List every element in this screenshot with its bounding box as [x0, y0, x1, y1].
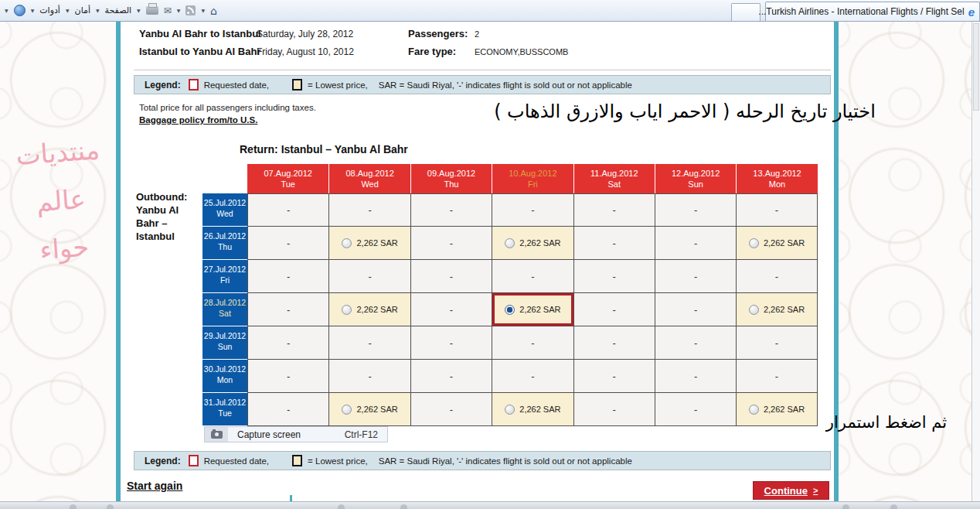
fare-radio[interactable] — [749, 238, 759, 248]
capture-screen-menu[interactable]: Capture screen Ctrl-F12 — [204, 426, 388, 442]
baggage-policy-link[interactable]: Baggage policy from/to U.S. — [139, 115, 257, 125]
fare-price: 2,262 SAR — [764, 238, 805, 248]
sold-out-dash: - — [287, 371, 290, 382]
fare-cell[interactable]: 2,262 SAR — [736, 393, 817, 426]
fare-cell-empty: - — [655, 360, 736, 393]
matrix-body: 25.Jul.2012Wed-------26.Jul.2012Thu-2,26… — [202, 193, 818, 426]
fare-cell[interactable]: 2,262 SAR — [328, 227, 410, 260]
fare-price: 2,262 SAR — [764, 405, 805, 414]
continue-label: Continue — [764, 485, 808, 497]
matrix-row: 27.Jul.2012Fri------- — [202, 260, 818, 293]
fare-cell-empty: - — [573, 360, 655, 393]
outbound-date-header: 25.Jul.2012Wed — [202, 193, 247, 227]
globe-icon[interactable] — [14, 5, 26, 16]
fare-radio[interactable] — [342, 405, 352, 415]
sold-out-dash: - — [450, 271, 453, 282]
date-column-header: 13.Aug.2012Mon — [736, 164, 817, 193]
sold-out-dash: - — [694, 237, 697, 249]
sold-out-dash: - — [450, 371, 453, 382]
chevron-down-icon[interactable]: ▼ — [96, 8, 100, 13]
sold-out-dash: - — [368, 271, 371, 282]
fare-cell-empty: - — [573, 260, 655, 293]
fare-cell-empty: - — [573, 227, 655, 260]
fare-cell[interactable]: 2,262 SAR — [736, 293, 817, 326]
date-column-header: 11.Aug.2012Sat — [573, 164, 655, 193]
watermark-line: حواء — [9, 220, 119, 275]
outbound-date: Saturday, July 28, 2012 — [257, 29, 353, 39]
fare-radio[interactable] — [505, 405, 515, 415]
browser-toolbar: ▼ ▼ أدوات ▼ أمان ▼ الصفحة ▼ ✉ ▼ ▼ ⌂ ...T… — [0, 0, 980, 22]
fare-radio[interactable] — [505, 238, 515, 248]
fare-cell-empty: - — [328, 193, 410, 227]
fare-cell-empty: - — [247, 227, 328, 260]
lowest-price-swatch — [292, 455, 302, 466]
print-icon[interactable] — [146, 6, 158, 15]
rss-icon[interactable] — [185, 5, 196, 15]
requested-date-swatch — [189, 455, 199, 466]
fare-cell-empty: - — [328, 360, 410, 393]
sold-out-dash: - — [450, 204, 453, 216]
fare-radio[interactable] — [505, 305, 515, 315]
fare-cell[interactable]: 2,262 SAR — [492, 227, 573, 260]
sold-out-dash: - — [613, 337, 616, 349]
fare-matrix: 07.Aug.2012Tue08.Aug.2012Wed09.Aug.2012T… — [202, 164, 818, 426]
fare-cell-empty: - — [736, 260, 817, 293]
matrix-row: 28.Jul.2012Sat-2,262 SAR-2,262 SAR--2,26… — [202, 293, 818, 326]
start-again-link[interactable]: Start again — [127, 480, 182, 492]
sold-out-dash: - — [531, 204, 534, 216]
date-column-header: 12.Aug.2012Sun — [655, 164, 736, 193]
tools-menu[interactable]: أدوات — [39, 5, 60, 15]
chevron-down-icon[interactable]: ▼ — [177, 8, 181, 13]
legend-bar-bottom: Legend: Requested date, = Lowest price, … — [134, 451, 831, 470]
fare-cell-empty: - — [573, 393, 655, 426]
fare-radio[interactable] — [749, 305, 759, 315]
fare-price: 2,262 SAR — [356, 305, 397, 314]
passengers-value: 2 — [475, 29, 479, 39]
vertical-scrollbar[interactable] — [971, 22, 980, 501]
safety-menu[interactable]: أمان — [75, 5, 90, 15]
fare-cell-empty: - — [655, 260, 736, 293]
legend-sar-note: SAR = Saudi Riyal, '-' indicates flight … — [379, 456, 632, 466]
scrollbar-thumb[interactable] — [973, 23, 979, 111]
fare-radio[interactable] — [749, 405, 759, 415]
fare-price: 2,262 SAR — [356, 405, 397, 414]
chevron-down-icon[interactable]: ▼ — [31, 8, 35, 13]
chevron-down-icon[interactable]: ▼ — [5, 8, 9, 13]
new-tab-button[interactable] — [731, 3, 761, 21]
fare-cell[interactable]: 2,262 SAR — [492, 293, 573, 326]
chevron-down-icon[interactable]: ▼ — [201, 8, 205, 13]
fare-cell[interactable]: 2,262 SAR — [492, 393, 573, 426]
sold-out-dash: - — [775, 271, 778, 282]
date-column-header: 08.Aug.2012Wed — [328, 164, 410, 193]
home-icon[interactable]: ⌂ — [210, 5, 217, 17]
legend-requested-text: Requested date, — [204, 80, 269, 90]
chevron-down-icon[interactable]: ▼ — [66, 8, 70, 13]
fare-cell[interactable]: 2,262 SAR — [328, 293, 410, 326]
legend-label: Legend: — [145, 80, 181, 91]
email-icon[interactable]: ✉ — [164, 5, 172, 16]
annotation-choose-date: اختيار تاريخ الرحله ( الاحمر اياب والازر… — [479, 101, 890, 122]
page-menu[interactable]: الصفحة — [105, 5, 132, 15]
fare-cell[interactable]: 2,262 SAR — [736, 227, 817, 260]
date-column-header: 09.Aug.2012Thu — [410, 164, 492, 193]
lowest-price-swatch — [292, 79, 302, 91]
return-route: Istanbul to Yanbu Al Bahr — [139, 46, 260, 57]
date-header-row: 07.Aug.2012Tue08.Aug.2012Wed09.Aug.2012T… — [247, 164, 818, 193]
return-date: Friday, August 10, 2012 — [257, 46, 354, 57]
fare-cell-empty: - — [492, 193, 573, 227]
outbound-date-header: 28.Jul.2012Sat — [202, 293, 247, 326]
sold-out-dash: - — [287, 337, 290, 349]
fare-radio[interactable] — [342, 305, 352, 315]
fare-type-value: ECONOMY,BUSSCOMB — [475, 47, 568, 56]
browser-tab[interactable]: ...Turkish Airlines - International Flig… — [765, 2, 980, 21]
taskbar-icon — [70, 504, 77, 509]
icon-gutter — [205, 427, 228, 442]
chevron-down-icon[interactable]: ▼ — [137, 8, 141, 13]
passengers-label: Passengers: — [408, 28, 468, 39]
fare-cell-empty: - — [492, 360, 573, 393]
fare-radio[interactable] — [342, 238, 352, 248]
continue-button[interactable]: Continue > — [753, 481, 829, 500]
fare-price: 2,262 SAR — [356, 238, 397, 248]
legend-bar-top: Legend: Requested date, = Lowest price, … — [134, 75, 831, 94]
fare-cell[interactable]: 2,262 SAR — [328, 393, 410, 426]
